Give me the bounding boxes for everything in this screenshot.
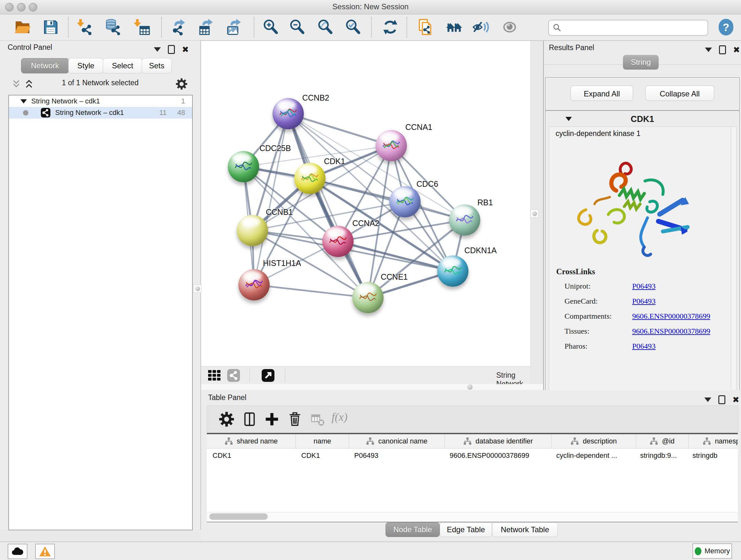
memory-button[interactable]: Memory <box>692 543 732 559</box>
table-horizontal-scrollbar[interactable] <box>207 512 738 521</box>
column-header-shared-name[interactable]: shared name <box>207 434 296 448</box>
zoom-in-button[interactable] <box>262 18 280 36</box>
close-panel-icon[interactable]: ✖ <box>182 46 189 53</box>
network-node-CCNA1[interactable] <box>376 130 407 161</box>
zoom-selected-button[interactable] <box>345 18 362 36</box>
refresh-layout-button[interactable] <box>382 18 399 36</box>
network-node-RB1[interactable] <box>449 204 480 236</box>
tab-select[interactable]: Select <box>103 58 142 73</box>
import-database-button[interactable] <box>105 18 122 36</box>
vertical-splitter-handle-left[interactable] <box>193 285 202 293</box>
expand-all-button[interactable]: Expand All <box>570 85 633 101</box>
column-header-name[interactable]: name <box>296 434 349 448</box>
zoom-out-button[interactable] <box>289 18 306 36</box>
collapse-all-button[interactable]: Collapse All <box>645 85 714 101</box>
network-row-selected[interactable]: String Network – cdk1 11 48 <box>9 107 192 118</box>
network-edge-CDK1-RB1[interactable] <box>310 179 465 220</box>
network-view-canvas[interactable]: CCNB2CCNA1CDC25BCDK1CDC6RB1CCNB1CCNA2CDK… <box>201 41 530 366</box>
export-image-button[interactable] <box>226 18 243 36</box>
column-header-description[interactable]: description <box>552 434 636 448</box>
results-vertical-scrollbar[interactable] <box>731 126 737 402</box>
close-panel-icon[interactable]: ✖ <box>733 46 740 53</box>
delete-table-icon[interactable] <box>310 411 326 427</box>
panel-menu-icon[interactable] <box>154 47 161 52</box>
show-columns-icon[interactable] <box>242 411 258 427</box>
search-input[interactable] <box>564 21 708 34</box>
column-header-namespace[interactable]: namespace <box>689 434 738 448</box>
home-networks-button[interactable] <box>446 18 463 36</box>
table-settings-gear-icon[interactable] <box>219 411 234 427</box>
collapse-card-icon[interactable] <box>565 117 572 121</box>
table-row[interactable]: CDK1CDK1P064939606.ENSP00000378699cyclin… <box>207 449 738 462</box>
import-network-button[interactable] <box>77 18 94 36</box>
table-cell[interactable]: stringdb:9... <box>634 449 687 462</box>
vertical-splitter-handle-right[interactable] <box>530 209 539 218</box>
warning-button[interactable] <box>35 544 55 559</box>
show-panel-eye-button[interactable] <box>501 18 518 36</box>
open-in-window-icon[interactable] <box>262 369 274 382</box>
zoom-fit-button[interactable] <box>317 18 334 36</box>
network-node-CDC25B[interactable] <box>228 151 259 182</box>
birdseye-grid-icon[interactable] <box>208 370 222 381</box>
export-network-button[interactable] <box>171 18 188 36</box>
table-cell[interactable]: CDK1 <box>207 449 295 462</box>
network-node-CCNB1[interactable] <box>237 215 268 246</box>
network-node-CCNB2[interactable] <box>273 98 304 129</box>
save-session-button[interactable] <box>42 18 59 36</box>
column-header-@id[interactable]: @id <box>636 434 689 448</box>
horizontal-splitter-handle[interactable] <box>467 384 473 390</box>
cloud-button[interactable] <box>8 544 27 559</box>
float-panel-icon[interactable] <box>719 45 726 54</box>
tab-sets[interactable]: Sets <box>142 58 172 73</box>
network-edge-HIST1H1A-CCNE1[interactable] <box>254 285 368 298</box>
table-cell[interactable]: P06493 <box>348 449 444 462</box>
copy-network-button[interactable] <box>417 18 434 36</box>
network-node-HIST1H1A[interactable] <box>239 269 270 300</box>
delete-column-trash-icon[interactable] <box>287 411 303 427</box>
tab-network-table[interactable]: Network Table <box>492 522 558 537</box>
create-column-plus-icon[interactable] <box>264 411 280 427</box>
column-header-database-identifier[interactable]: database identifier <box>445 434 552 448</box>
panel-menu-icon[interactable] <box>705 48 712 52</box>
crosslink-value-link[interactable]: P06493 <box>632 342 656 351</box>
crosslink-value-link[interactable]: 9606.ENSP00000378699 <box>632 312 711 320</box>
help-button[interactable]: ? <box>719 19 733 36</box>
table-cell[interactable]: stringdb <box>687 449 738 462</box>
close-panel-icon[interactable]: ✖ <box>732 396 739 403</box>
crosslink-value-link[interactable]: 9606.ENSP00000378699 <box>632 327 711 335</box>
network-node-CDKN1A[interactable] <box>437 255 468 287</box>
table-cell[interactable]: cyclin-dependent ... <box>550 449 634 462</box>
float-panel-icon[interactable] <box>718 395 725 404</box>
search-field[interactable] <box>548 20 708 36</box>
function-builder-fx[interactable]: f(x) <box>332 410 347 424</box>
protein-card-header[interactable]: CDK1 <box>546 112 738 126</box>
crosslink-value-link[interactable]: P06493 <box>632 297 656 306</box>
tab-string[interactable]: String <box>623 55 659 70</box>
float-panel-icon[interactable] <box>168 45 175 54</box>
import-table-button[interactable] <box>133 18 151 36</box>
network-node-CCNA2[interactable] <box>322 226 354 257</box>
export-table-button[interactable] <box>198 18 215 36</box>
column-header-canonical-name[interactable]: canonical name <box>349 434 445 448</box>
tab-style[interactable]: Style <box>68 58 104 73</box>
scrollbar-thumb[interactable] <box>209 513 268 520</box>
network-edge-CCNB2-CCNE1[interactable] <box>288 114 368 298</box>
hide-panel-eye-button[interactable] <box>472 18 489 36</box>
string-view-icon[interactable] <box>227 369 240 382</box>
tab-edge-table[interactable]: Edge Table <box>440 522 492 537</box>
node-table-grid[interactable]: shared namenamecanonical namedatabase id… <box>207 433 738 522</box>
network-node-CDC6[interactable] <box>389 186 421 217</box>
tab-network[interactable]: Network <box>21 58 69 73</box>
panel-menu-icon[interactable] <box>704 397 711 402</box>
crosslink-value-link[interactable]: P06493 <box>632 282 656 291</box>
network-node-CDK1[interactable] <box>294 163 326 194</box>
gear-icon[interactable] <box>176 78 188 90</box>
table-cell[interactable]: CDK1 <box>295 449 348 462</box>
tab-node-table[interactable]: Node Table <box>386 522 440 537</box>
network-node-CCNE1[interactable] <box>352 282 384 313</box>
collection-expander-icon[interactable] <box>20 99 27 104</box>
network-edge-CCNB2-CCNA1[interactable] <box>288 114 391 145</box>
open-session-button[interactable] <box>14 18 31 36</box>
network-collection-row[interactable]: String Network – cdk1 1 <box>9 96 192 107</box>
table-cell[interactable]: 9606.ENSP00000378699 <box>444 449 550 462</box>
